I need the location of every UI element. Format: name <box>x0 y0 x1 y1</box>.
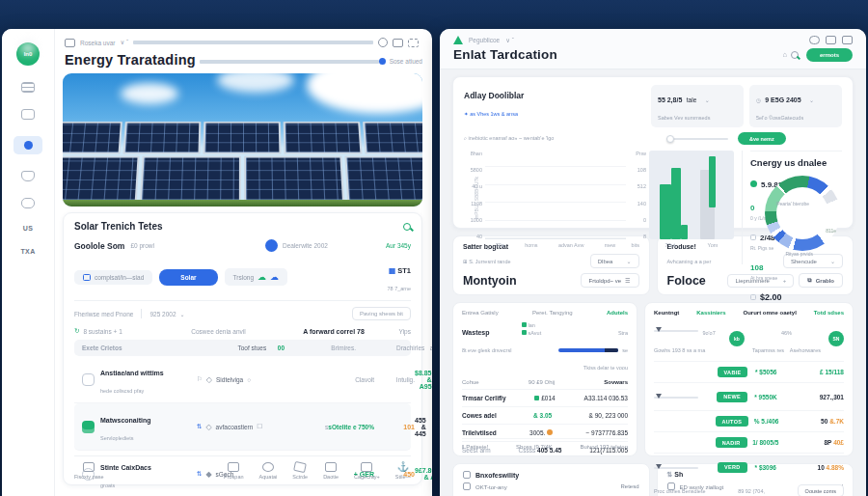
table-row[interactable]: VERD * $3096 10 4.88% <box>654 453 844 481</box>
footer-left-item[interactable]: Fiscxty pase <box>74 462 104 480</box>
footer-item[interactable]: Aquatai <box>259 462 278 480</box>
refresh-icon[interactable]: ↻ <box>74 327 79 335</box>
filter-chip-solar[interactable]: Solar <box>159 269 217 286</box>
user-menu[interactable]: Pegublicoe <box>469 37 500 43</box>
stat-select-1[interactable]: 55 2,8/5 tale ⌄ Sabes Vev summseds <box>651 85 744 127</box>
footer-item[interactable]: Sctrde <box>292 462 308 480</box>
table-row[interactable]: VABIE * $5056 £ 15/118 <box>654 361 844 382</box>
row-c: 9£7.8046 & A85 <box>415 467 432 481</box>
calendar-icon[interactable] <box>826 36 836 44</box>
scissors-icon <box>293 461 307 473</box>
brand-triangle-icon <box>453 36 463 44</box>
mini-bar <box>681 225 689 239</box>
col-head: Entrea Gatisly <box>462 310 499 316</box>
clock-icon <box>463 482 471 490</box>
table-row[interactable]: NEWE * 9550K 927.,301 <box>654 382 844 410</box>
checkbox-icon[interactable]: ☐ <box>257 423 262 430</box>
info-icon[interactable] <box>265 239 278 252</box>
list-item[interactable]: OKT-tor-anyRetesd <box>463 479 639 493</box>
range-slider[interactable] <box>666 138 728 140</box>
chart-filter[interactable]: ⌕ inebiotic enamaf ao» ~ wentab'e 'lgo <box>464 135 657 142</box>
chevron-down-icon[interactable]: ∨ ˇ <box>121 39 129 46</box>
stat-sub: 5el'o ©ossGatecuds <box>756 115 803 121</box>
calendar-icon[interactable] <box>393 39 403 47</box>
row-slider[interactable] <box>654 467 698 469</box>
home-icon[interactable]: ⌂ <box>782 50 787 59</box>
sub-head: 90 £9 Ohij <box>529 379 555 385</box>
solar-panels-photo <box>63 73 422 207</box>
cloud-shape <box>121 83 178 104</box>
project-note: £0 prowl <box>130 242 154 249</box>
yips-label[interactable]: Yips <box>399 328 411 335</box>
sn-badge: SN <box>828 331 844 346</box>
table-row[interactable]: AUTOS % 5./406 50 &.7K <box>654 410 844 431</box>
cloud-blue-icon: ☁ <box>270 272 279 282</box>
filter-chip-date[interactable]: complsat/in—siad <box>74 270 152 285</box>
cta-button[interactable]: ermots <box>806 48 853 62</box>
meta-aur: Aur 345y <box>386 242 411 249</box>
sliders-icon[interactable] <box>21 82 35 93</box>
shield-icon[interactable] <box>21 171 35 181</box>
row-sub: groats <box>100 482 115 488</box>
sidebar-item-active[interactable] <box>14 136 42 154</box>
footer-item[interactable]: Daotie <box>323 462 339 480</box>
clock-icon[interactable] <box>378 38 388 47</box>
chart-action-button[interactable]: &ve nemz <box>738 132 786 145</box>
chat-icon[interactable] <box>809 36 820 44</box>
stat-select-2[interactable]: ◷ 9 E5G 2405 ⌄ 5el'o ©ossGatecuds <box>749 85 842 127</box>
legend-square-icon <box>522 330 527 335</box>
search-icon[interactable] <box>791 51 799 59</box>
footer-item[interactable]: Prospan <box>224 462 244 480</box>
oouste-button[interactable]: Oouste coms <box>798 484 844 496</box>
search-icon[interactable] <box>408 39 419 47</box>
bar-xlabels: 70ahomsadvan Avwmewbits <box>485 239 626 248</box>
chevron-down-icon[interactable]: ∨ ˇ <box>505 37 514 44</box>
col-head-link[interactable]: Totd sdses <box>814 310 844 316</box>
paving-chip[interactable]: Paving shews bit <box>352 307 411 320</box>
slider-knob[interactable] <box>666 135 674 143</box>
clock-icon: ◷ <box>756 97 761 103</box>
table-row[interactable]: Cowes adel & 3.05 & 90, 223 000 <box>462 406 628 424</box>
bold-label: A forward correl 78 <box>303 328 365 335</box>
status-badge: Sose atiued <box>379 58 422 65</box>
table-row[interactable]: NADIR 1/ 8005/5 8P 40£ <box>654 431 844 453</box>
legend-checkbox-icon[interactable] <box>750 294 756 300</box>
status-badge: NADIR <box>716 437 747 448</box>
table-row[interactable]: MatwsconaitingServloplediets ⇅◇avfacoast… <box>74 403 411 451</box>
bnxofeswility-card: Bnxofeswility OKT-tor-anyRetesd Fledg. O… <box>452 463 650 496</box>
legend-checkbox-icon[interactable] <box>750 234 756 240</box>
cloud-icon[interactable] <box>21 42 35 53</box>
card-subtitle: ✦ as Vhes 1ws & ansa <box>464 111 518 117</box>
page-title: Energy Traratading <box>61 49 200 73</box>
table-row[interactable]: Anstiae/and wittimshede coliscsd pfay ⚐◇… <box>74 356 411 403</box>
sidebar-item-txa[interactable]: TXA <box>20 248 35 255</box>
chevron-down-icon: ⌄ <box>180 311 185 317</box>
home-icon[interactable] <box>65 39 75 47</box>
row-b: 101 <box>374 424 415 430</box>
footer-item[interactable]: Cagecray+ <box>354 462 380 480</box>
filter-chip-testing[interactable]: Trslong ☁ ☁ <box>225 268 287 286</box>
table-row[interactable]: Trmsar Cerlifly £014 A33.114 036.53 <box>462 389 628 406</box>
chat-icon[interactable] <box>21 198 35 208</box>
search-icon[interactable] <box>403 223 411 231</box>
row-slider[interactable] <box>654 397 698 399</box>
bar-sub: Tkiss delar te voou <box>583 365 628 371</box>
user-menu[interactable]: Roseka uvar <box>80 40 116 46</box>
row-sub: hede coliscsd pfay <box>100 388 144 394</box>
footer-item[interactable]: ⚓Stile— <box>395 461 411 480</box>
row-tag: Sidtelviga <box>216 376 243 383</box>
status-badge: VABIE <box>718 367 748 377</box>
mini-bar <box>709 156 716 207</box>
entrea-table-card: Entrea Gatisly Peret. Tangying Adutels W… <box>452 302 637 456</box>
filter-value[interactable]: 925 2002 <box>149 311 176 317</box>
card-title: Bnxofeswility <box>463 471 639 479</box>
card-icon[interactable] <box>21 109 35 120</box>
search-list-icon[interactable] <box>842 36 853 44</box>
slider-sub: Gowhs 193 8 ss a ma <box>654 347 705 353</box>
row-slider[interactable] <box>654 330 698 332</box>
donut-label-outer: Rityas prvids <box>785 251 813 257</box>
adutels-link[interactable]: Adutels <box>607 310 628 316</box>
sidebar-item-us[interactable]: US <box>23 225 34 232</box>
col-head: Peret. Tangying <box>532 310 573 316</box>
col-head-link[interactable]: Kassiniers <box>696 310 725 316</box>
